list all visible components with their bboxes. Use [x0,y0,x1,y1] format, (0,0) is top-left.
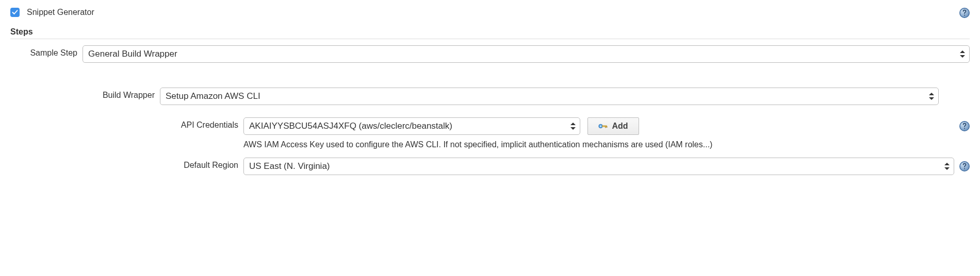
default-region-value: US East (N. Virginia) [249,161,330,171]
svg-point-13 [964,168,965,169]
help-icon[interactable] [959,161,970,171]
add-button[interactable]: Add [587,117,639,135]
api-credentials-label: API Credentials [10,117,243,130]
snippet-generator-checkbox[interactable] [10,8,20,17]
api-credentials-value: AKIAIYYSBCU54ASJ4XFQ (aws/cleclerc/beans… [249,121,452,131]
sample-step-select[interactable]: General Build Wrapper [83,45,970,63]
divider [10,39,970,39]
svg-point-10 [964,128,965,129]
default-region-select[interactable]: US East (N. Virginia) [243,158,954,175]
build-wrapper-label: Build Wrapper [10,88,160,100]
steps-heading: Steps [10,27,970,37]
add-button-label: Add [612,122,628,131]
api-credentials-select[interactable]: AKIAIYYSBCU54ASJ4XFQ (aws/cleclerc/beans… [243,117,580,135]
build-wrapper-select[interactable]: Setup Amazon AWS CLI [160,88,939,105]
svg-rect-7 [607,127,608,128]
api-credentials-description: AWS IAM Access Key used to configure the… [243,139,970,150]
snippet-generator-label: Snippet Generator [27,8,94,17]
help-icon[interactable] [959,8,970,18]
svg-point-4 [600,126,601,127]
sample-step-value: General Build Wrapper [88,49,177,59]
key-icon [598,123,608,129]
svg-point-2 [964,14,965,15]
svg-rect-6 [606,127,607,128]
default-region-label: Default Region [10,158,243,170]
build-wrapper-value: Setup Amazon AWS CLI [166,91,260,101]
sample-step-label: Sample Step [10,45,83,58]
help-icon[interactable] [959,121,970,131]
